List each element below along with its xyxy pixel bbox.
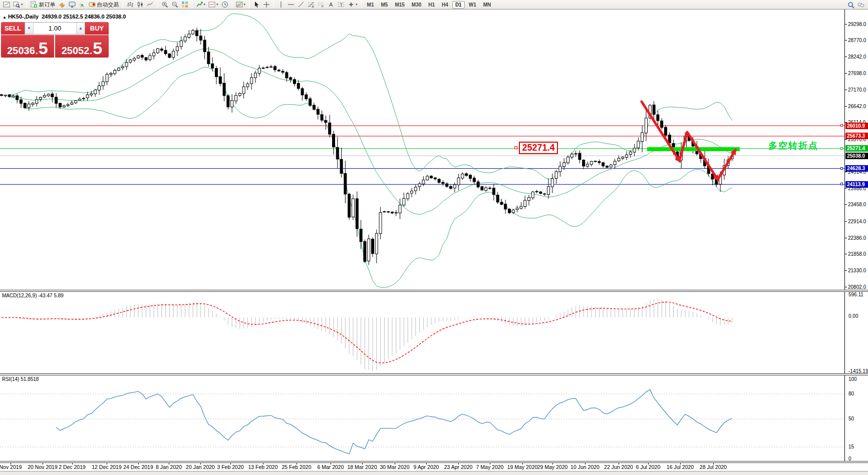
timeframe-w1-button[interactable]: W1	[466, 1, 479, 9]
candles-chart-icon	[137, 1, 144, 8]
trendline-icon	[298, 1, 305, 8]
bars-chart-button[interactable]	[125, 1, 135, 9]
buy-button[interactable]: BUY	[85, 22, 109, 35]
timeframe-m15-button[interactable]: M15	[392, 1, 407, 9]
chart-profile-button[interactable]: ▾	[234, 1, 247, 9]
volume-decrease-button[interactable]: ▼	[25, 23, 34, 34]
price-axis-tick: 21330.0	[845, 267, 866, 273]
zoom-out-icon	[171, 1, 178, 8]
mql5-button[interactable]	[67, 1, 77, 9]
candles-chart-button[interactable]	[135, 1, 145, 9]
signals-button[interactable]	[77, 1, 87, 9]
horizontal-line-icon	[287, 1, 295, 8]
text-button[interactable]: A	[326, 1, 336, 9]
fibonacci-button[interactable]: E	[306, 1, 316, 9]
shapes-icon	[348, 1, 355, 8]
timeframe-m30-button[interactable]: M30	[409, 1, 424, 9]
search-icon	[847, 2, 854, 9]
zoom-in-button[interactable]	[160, 1, 170, 9]
sell-button[interactable]: SELL	[1, 22, 25, 35]
tile-windows-icon	[181, 1, 188, 8]
signals-icon	[79, 1, 86, 8]
line-endpoint-marker	[840, 124, 843, 127]
price-axis[interactable]: 29298.028770.028242.027698.027170.026642…	[844, 10, 868, 463]
price-tick-label: 27170.0	[848, 87, 866, 93]
search-button[interactable]	[846, 1, 856, 9]
chart-window-button[interactable]	[2, 1, 12, 9]
timeframe-h4-button[interactable]: H4	[439, 1, 451, 9]
macd-label: MACD(12,26,9) -43.47 5.89	[2, 293, 64, 298]
buy-price[interactable]: 25052 . 5	[55, 35, 109, 58]
indicators-button[interactable]: ▾	[194, 1, 207, 9]
buy-price-frac: 5	[93, 42, 102, 56]
equidistant-button[interactable]: F	[316, 1, 326, 9]
chat-button[interactable]	[856, 1, 866, 9]
sell-price[interactable]: 25036 . 5	[1, 35, 54, 58]
autotrade-button[interactable]: 自动交易	[87, 1, 121, 9]
timeframe-d1-button[interactable]: D1	[452, 1, 465, 9]
rsi-axis-label: 80	[848, 391, 854, 396]
crosshair-button[interactable]	[261, 1, 271, 9]
label-button[interactable]: T	[336, 1, 346, 9]
zoom-in-icon	[161, 1, 168, 8]
price-tick-label: 28770.0	[848, 38, 866, 43]
rsi-dates-splitter[interactable]	[0, 461, 868, 463]
macd-rsi-splitter[interactable]	[0, 373, 868, 375]
volume-stepper: ▼ 1.00 ▲	[25, 22, 85, 35]
timeframe-m1-button[interactable]: M1	[364, 1, 377, 9]
pivot-zone-segment[interactable]	[647, 147, 740, 151]
candlestick-chart[interactable]	[0, 10, 844, 290]
label-icon: T	[338, 1, 345, 8]
chart-macd-splitter[interactable]	[0, 290, 868, 292]
crosshair-icon	[263, 1, 270, 8]
price-annotation[interactable]: 25271.4	[519, 142, 558, 154]
timeframe-m5-button[interactable]: M5	[378, 1, 391, 9]
date-axis-label: 6 Jul 2020	[636, 464, 660, 470]
trend-arrow-3[interactable]	[718, 150, 735, 179]
sell-price-frac: 5	[39, 42, 48, 56]
date-axis-label: 2 Dec 2019	[59, 464, 86, 470]
date-axis-label: 23 Apr 2020	[444, 464, 473, 470]
price-line-label: 25271.4	[845, 145, 868, 152]
toolbar-separator	[157, 2, 158, 8]
volume-increase-button[interactable]: ▲	[76, 23, 85, 34]
new-order-label: 新订单	[39, 1, 56, 9]
cursor-button[interactable]	[251, 1, 261, 9]
price-axis-tick: 26642.0	[845, 103, 866, 109]
clock-button[interactable]	[220, 1, 230, 9]
horizontal-line-button[interactable]	[286, 1, 296, 9]
bollinger-middle	[10, 49, 732, 215]
buy-price-main: 25052	[62, 46, 90, 56]
sell-price-main: 25036	[7, 46, 35, 56]
macd-indicator-panel[interactable]	[0, 292, 844, 373]
trendline-button[interactable]	[296, 1, 306, 9]
tile-windows-button[interactable]	[180, 1, 190, 9]
price-line-label: 24628.3	[845, 165, 868, 172]
line-chart-button[interactable]	[145, 1, 155, 9]
gold-button[interactable]	[57, 1, 67, 9]
profiles-button[interactable]: ▾	[12, 1, 25, 9]
timeframe-mn-button[interactable]: MN	[480, 1, 494, 9]
toolbar-group	[125, 0, 155, 10]
new-order-button[interactable]: 新订单	[29, 1, 57, 9]
pivot-note-text[interactable]: 多空转折点	[768, 140, 818, 152]
rsi-indicator-panel[interactable]	[0, 375, 844, 461]
macd-axis-label: 0.00	[848, 313, 858, 319]
price-annotation-anchor	[514, 146, 517, 149]
date-axis-label: 3 Feb 2020	[217, 464, 243, 470]
toolbar-right-group	[846, 0, 866, 10]
bars-chart-icon	[127, 1, 134, 8]
sell-price-dot: .	[36, 47, 38, 56]
vertical-line-button[interactable]	[276, 1, 286, 9]
volume-input[interactable]: 1.00	[34, 23, 76, 34]
price-axis-tick: 20802.0	[845, 284, 866, 290]
indicator-list-button[interactable]: ▾	[207, 1, 220, 9]
svg-text:T: T	[340, 3, 343, 8]
price-axis-tick: 27698.0	[845, 71, 866, 77]
timeframe-h1-button[interactable]: H1	[425, 1, 438, 9]
chart-profile-icon	[236, 1, 243, 8]
date-axis-label: 24 Dec 2019	[123, 464, 153, 470]
zoom-out-button[interactable]	[170, 1, 180, 9]
shapes-button[interactable]: ▾	[346, 1, 359, 9]
date-axis[interactable]: Nov 201920 Nov 20192 Dec 201912 Dec 2019…	[0, 463, 868, 471]
